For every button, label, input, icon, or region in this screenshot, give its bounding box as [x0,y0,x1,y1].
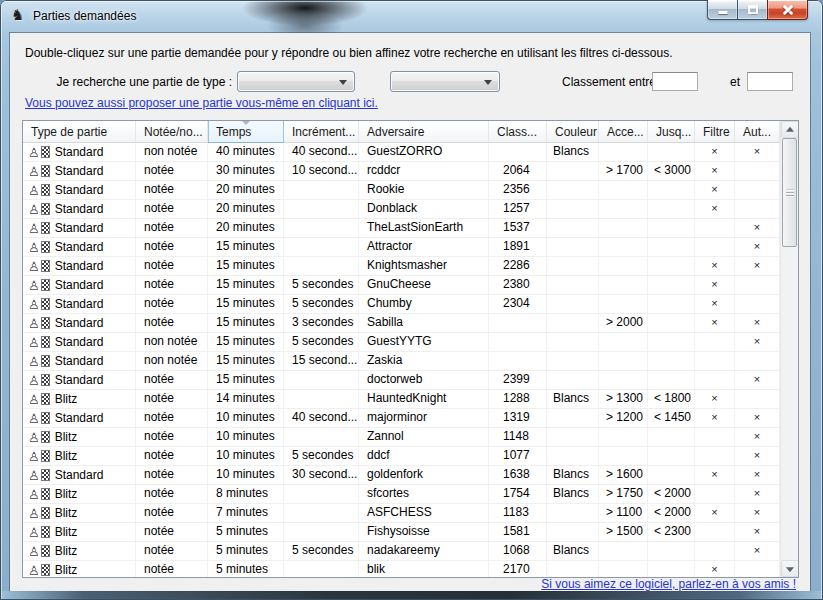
table-row[interactable]: ♙Standardnotée20 minutesRookie2356× [23,181,780,200]
cell-increment [284,523,359,541]
table-row[interactable]: ♙Standardnotée15 minutes5 secondesChumby… [23,295,780,314]
cell-rating: 1148 [489,428,547,446]
table-row[interactable]: ♙Blitznotée7 minutesASFCHESS1183> 1100< … [23,504,780,523]
vertical-scrollbar[interactable] [780,121,798,577]
share-link[interactable]: Si vous aimez ce logiciel, parlez-en à v… [541,577,796,591]
cell-rated: non notée [136,143,208,161]
cell-rated: notée [136,466,208,484]
table-row[interactable]: ♙Standardnon notée15 minutes5 secondesGu… [23,333,780,352]
game-subtype-select[interactable] [390,71,500,92]
column-header-filter[interactable]: Filtre [695,121,735,143]
cell-rating: 1288 [489,390,547,408]
maximize-button[interactable] [738,0,767,20]
cell-increment [284,200,359,218]
column-header-rated[interactable]: Notée/no... [136,121,208,143]
cell-rated: notée [136,409,208,427]
table-row[interactable]: ♙Blitznotée10 minutesZannol1148× [23,428,780,447]
close-button[interactable] [767,0,808,20]
cell-accept_above [599,561,648,578]
checkerboard-icon [41,564,50,576]
table-row[interactable]: ♙Standardnotée15 minutes5 secondesGnuChe… [23,276,780,295]
table-header-row: Type de partieNotée/no...TempsIncrément.… [23,121,780,143]
table-row[interactable]: ♙Standardnotée10 minutes40 second...majo… [23,409,780,428]
column-header-opponent[interactable]: Adversaire [359,121,489,143]
chevron-down-icon [484,80,492,85]
cell-increment [284,257,359,275]
cell-increment: 40 second... [284,409,359,427]
table-row[interactable]: ♙Standardnotée15 minutesKnightsmasher228… [23,257,780,276]
cell-opponent: Knightsmasher [359,257,489,275]
cell-rating: 1319 [489,409,547,427]
cell-time: 15 minutes [208,314,284,332]
column-header-time[interactable]: Temps [208,121,284,143]
checkerboard-icon [41,165,50,177]
pawn-icon: ♙ [28,298,40,311]
cell-filter [695,371,735,389]
cell-accept_below: < 1450 [648,409,695,427]
table-row[interactable]: ♙Blitznotée8 minutessfcortes1754Blancs> … [23,485,780,504]
cell-accept_above [599,333,648,351]
column-header-color[interactable]: Couleur [547,121,599,143]
cell-filter: × [695,390,735,408]
propose-game-link[interactable]: Vous pouvez aussi proposer une partie vo… [25,96,378,110]
table-row[interactable]: ♙Standardnotée10 minutes30 second...gold… [23,466,780,485]
column-header-increment[interactable]: Incrément... [284,121,359,143]
column-header-auto[interactable]: Aut... [735,121,780,143]
table-row[interactable]: ♙Standardnotée15 minutesAttractor1891× [23,238,780,257]
table-row[interactable]: ♙Standardnon notée15 minutes15 second...… [23,352,780,371]
cell-auto [735,390,780,408]
checkerboard-icon [41,260,50,272]
table-row[interactable]: ♙Blitznotée5 minutes5 secondesnadakareem… [23,542,780,561]
cell-opponent: Donblack [359,200,489,218]
title-bar[interactable]: ♞ Parties demandées [0,0,823,33]
table-row[interactable]: ♙Standardnotée15 minutes3 secondesSabill… [23,314,780,333]
table-row[interactable]: ♙Standardnotée30 minutes10 second...rcdd… [23,162,780,181]
checkerboard-icon [41,545,50,557]
cell-color [547,295,599,313]
table-row[interactable]: ♙Blitznotée5 minutesblik2170× [23,561,780,578]
table-row[interactable]: ♙Standardnotée20 minutesDonblack1257× [23,200,780,219]
scrollbar-grip-icon [786,189,794,196]
table-row[interactable]: ♙Standardnotée20 minutesTheLastSionEarth… [23,219,780,238]
cell-filter: × [695,409,735,427]
cell-accept_above [599,219,648,237]
game-type-select[interactable] [237,71,355,92]
cell-rating [489,143,547,161]
cell-opponent: rcddcr [359,162,489,180]
app-icon-chess-knight: ♞ [11,7,24,23]
scroll-up-button[interactable] [781,121,799,138]
cell-opponent: Zaskia [359,352,489,370]
cell-rated: notée [136,428,208,446]
cell-type: ♙Standard [23,181,136,199]
cell-rating: 1537 [489,219,547,237]
cell-accept_below [648,447,695,465]
scrollbar-thumb[interactable] [782,138,797,247]
cell-filter [695,352,735,370]
table-row[interactable]: ♙Blitznotée14 minutesHauntedKnight1288Bl… [23,390,780,409]
rating-min-input[interactable] [652,72,698,91]
cell-opponent: Sabilla [359,314,489,332]
cell-accept_above [599,371,648,389]
pawn-icon: ♙ [28,374,40,387]
column-header-accept_above[interactable]: Acce... [599,121,648,143]
game-type-text: Blitz [55,448,78,465]
game-type-text: Standard [55,258,104,275]
cell-accept_below [648,276,695,294]
table-row[interactable]: ♙Standardnon notée40 minutes40 second...… [23,143,780,162]
column-header-accept_below[interactable]: Jusq... [648,121,695,143]
table-row[interactable]: ♙Blitznotée10 minutes5 secondesddcf1077× [23,447,780,466]
cell-rating: 1638 [489,466,547,484]
column-header-rating[interactable]: Class... [489,121,547,143]
minimize-button[interactable] [707,0,738,20]
table-row[interactable]: ♙Blitznotée5 minutesFishysoisse1581> 150… [23,523,780,542]
cell-rating [489,314,547,332]
cell-increment [284,390,359,408]
scroll-down-button[interactable] [781,560,799,577]
cell-accept_below [648,333,695,351]
cell-accept_below: < 2300 [648,523,695,541]
column-header-type[interactable]: Type de partie [23,121,136,143]
cell-rated: notée [136,523,208,541]
table-row[interactable]: ♙Standardnotée15 minutesdoctorweb2399× [23,371,780,390]
rating-max-input[interactable] [747,72,793,91]
cell-accept_below [648,542,695,560]
